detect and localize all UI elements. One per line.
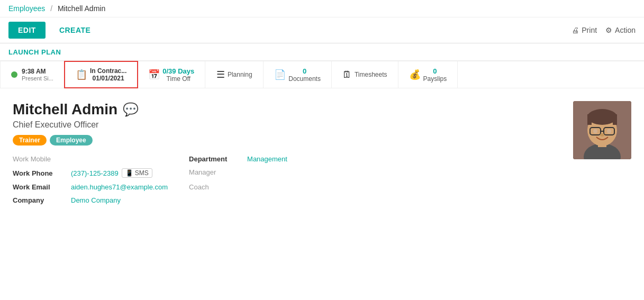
launch-plan-bar: LAUNCH PLAN	[0, 43, 644, 61]
stat-documents[interactable]: 📄 0 Documents	[264, 61, 332, 88]
work-phone-label: Work Phone	[13, 169, 66, 177]
timesheet-icon: 🗓	[342, 69, 352, 80]
svg-point-12	[600, 133, 604, 137]
coach-label: Coach	[189, 183, 242, 191]
launch-plan-link[interactable]: LAUNCH PLAN	[8, 48, 61, 56]
contract-label: In Contrac...	[90, 67, 126, 75]
main-content: Mitchell Admin 💬 Chief Executive Officer…	[0, 88, 644, 217]
svg-point-4	[587, 109, 617, 125]
work-email-label: Work Email	[13, 183, 66, 191]
time-off-count: 0/39 Days	[162, 67, 194, 75]
calendar-icon: 📅	[148, 69, 160, 80]
company-label: Company	[13, 196, 66, 204]
department-label: Department	[189, 155, 242, 163]
employee-tags: Trainer Employee	[13, 135, 344, 146]
stat-payslips-row: 💰 0 Payslips	[409, 67, 447, 83]
breadcrumb-separator: /	[50, 4, 52, 13]
stat-contract-row: 📋 In Contrac... 01/01/2021	[76, 67, 126, 82]
edit-button[interactable]: EDIT	[8, 22, 46, 39]
action-label: Action	[615, 26, 636, 34]
company-value[interactable]: Demo Company	[71, 196, 121, 204]
stat-time-off-row: 📅 0/39 Days Time Off	[148, 67, 194, 83]
contract-date: 01/01/2021	[90, 75, 126, 82]
stat-planning[interactable]: ☰ Planning	[205, 61, 264, 88]
action-button[interactable]: ⚙ Action	[605, 26, 636, 34]
department-value[interactable]: Management	[247, 155, 287, 163]
planning-label: Planning	[228, 71, 252, 78]
payslips-count: 0	[423, 67, 447, 75]
payslip-icon: 💰	[409, 69, 421, 80]
document-icon: 📄	[274, 69, 286, 80]
field-coach: Coach	[189, 183, 344, 191]
field-department: Department Management	[189, 155, 344, 163]
toolbar-right: 🖨 Print ⚙ Action	[572, 26, 636, 34]
stat-bar: 9:38 AM Present Si... 📋 In Contrac... 01…	[0, 61, 644, 88]
time-off-label: Time Off	[162, 75, 194, 83]
stat-planning-row: ☰ Planning	[216, 69, 252, 80]
stat-contract[interactable]: 📋 In Contrac... 01/01/2021	[64, 61, 138, 88]
field-company: Company Demo Company	[13, 196, 168, 204]
employee-name: Mitchell Admin	[13, 101, 117, 118]
chat-icon[interactable]: 💬	[123, 102, 139, 117]
tag-employee: Employee	[50, 135, 93, 146]
fields-grid: Work Mobile Department Management Work P…	[13, 155, 344, 204]
manager-label: Manager	[189, 168, 242, 176]
work-mobile-label: Work Mobile	[13, 155, 66, 163]
work-email-value[interactable]: aiden.hughes71@example.com	[71, 183, 168, 191]
breadcrumb-parent-link[interactable]: Employees	[8, 4, 45, 13]
stat-timesheets[interactable]: 🗓 Timesheets	[332, 61, 398, 88]
print-button[interactable]: 🖨 Print	[572, 26, 597, 34]
svg-rect-6	[613, 114, 617, 125]
stat-timesheets-row: 🗓 Timesheets	[342, 69, 387, 80]
svg-rect-5	[587, 114, 592, 125]
documents-label: Documents	[288, 75, 321, 83]
documents-count: 0	[288, 67, 321, 75]
avatar-image	[573, 101, 631, 159]
employee-header: Mitchell Admin 💬 Chief Executive Officer…	[13, 101, 631, 204]
presence-time: 9:38 AM	[22, 68, 46, 75]
svg-point-10	[593, 129, 597, 133]
field-work-email: Work Email aiden.hughes71@example.com	[13, 183, 168, 191]
presence-dot	[11, 71, 17, 78]
timesheets-label: Timesheets	[355, 71, 387, 78]
contract-icon: 📋	[76, 69, 87, 80]
tag-trainer: Trainer	[13, 135, 47, 146]
create-button[interactable]: CREATE	[50, 22, 101, 39]
field-work-mobile: Work Mobile	[13, 155, 168, 163]
stat-documents-row: 📄 0 Documents	[274, 67, 321, 83]
employee-title: Chief Executive Officer	[13, 120, 344, 130]
print-label: Print	[582, 26, 597, 34]
sms-button[interactable]: 📱 SMS	[122, 168, 152, 178]
stat-payslips[interactable]: 💰 0 Payslips	[398, 61, 458, 88]
breadcrumb: Employees / Mitchell Admin	[0, 0, 644, 17]
breadcrumb-current: Mitchell Admin	[58, 4, 105, 13]
stat-presence[interactable]: 9:38 AM Present Si...	[0, 61, 65, 88]
employee-info: Mitchell Admin 💬 Chief Executive Officer…	[13, 101, 344, 204]
gear-icon: ⚙	[605, 26, 612, 34]
employee-name-row: Mitchell Admin 💬	[13, 101, 344, 118]
avatar	[573, 101, 631, 159]
stat-time-off[interactable]: 📅 0/39 Days Time Off	[138, 61, 205, 88]
sms-icon: 📱	[125, 169, 133, 177]
presence-status: Present Si...	[22, 75, 53, 81]
toolbar: EDIT CREATE 🖨 Print ⚙ Action	[0, 17, 644, 43]
presence-info: 9:38 AM Present Si...	[22, 68, 53, 81]
field-work-phone: Work Phone (237)-125-2389 📱 SMS	[13, 168, 168, 178]
work-phone-value[interactable]: (237)-125-2389	[71, 169, 119, 177]
planning-icon: ☰	[216, 69, 225, 80]
sms-label: SMS	[135, 169, 149, 177]
payslips-label: Payslips	[423, 75, 447, 83]
svg-point-11	[607, 129, 611, 133]
field-manager: Manager	[189, 168, 344, 178]
printer-icon: 🖨	[572, 26, 579, 34]
